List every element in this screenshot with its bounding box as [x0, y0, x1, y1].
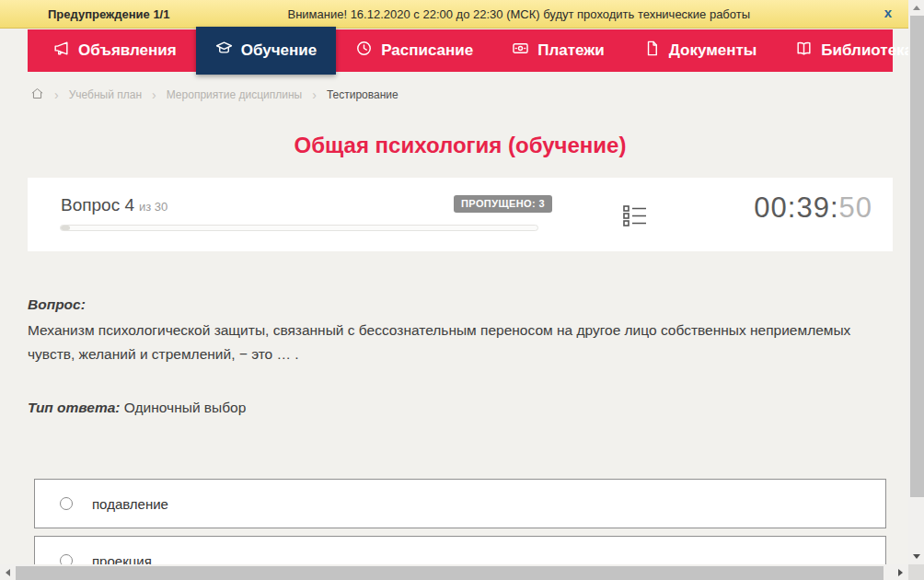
radio-button-icon[interactable]: [60, 554, 73, 564]
answer-type-line: Тип ответа: Одиночный выбор: [28, 400, 246, 416]
skipped-badge: ПРОПУЩЕНО: 3: [454, 195, 552, 213]
scroll-down-arrow-icon[interactable]: [908, 549, 924, 564]
breadcrumb-separator: ›: [152, 88, 156, 101]
breadcrumb: › Учебный план › Мероприятие дисциплины …: [30, 87, 398, 103]
scrollbar-corner: [908, 564, 924, 580]
nav-item-payments[interactable]: Платежи: [492, 29, 624, 72]
breadcrumb-item-discipline-event[interactable]: Мероприятие дисциплины: [167, 88, 302, 101]
question-card: Вопрос 4из 30 ПРОПУЩЕНО: 3 00:39:50: [28, 178, 893, 251]
breadcrumb-item-study-plan[interactable]: Учебный план: [69, 88, 142, 101]
page-title: Общая психология (обучение): [28, 133, 893, 158]
progress-bar-fill: [61, 226, 70, 230]
horizontal-scrollbar-thumb[interactable]: [16, 566, 884, 580]
timer-seconds: 50: [839, 191, 872, 224]
radio-button-icon[interactable]: [60, 497, 73, 510]
nav-item-label: Расписание: [381, 41, 473, 60]
warning-message: Внимание! 16.12.2020 с 22:00 до 22:30 (М…: [287, 7, 750, 21]
question-list-icon[interactable]: [619, 200, 651, 235]
question-number: Вопрос 4из 30: [61, 195, 167, 215]
answer-option-proekcia[interactable]: проекция: [34, 536, 886, 564]
warning-counter: Предупреждение 1/1: [48, 7, 169, 21]
megaphone-icon: [52, 40, 70, 62]
clock-icon: [355, 40, 373, 62]
nav-item-announcements[interactable]: Объявления: [33, 29, 196, 72]
scroll-right-arrow-icon[interactable]: [893, 564, 908, 580]
nav-item-learning[interactable]: Обучение: [196, 27, 336, 75]
answer-option-label: подавление: [92, 496, 168, 512]
breadcrumb-separator: ›: [312, 88, 317, 101]
vertical-scrollbar-thumb[interactable]: [910, 16, 924, 497]
question-label: Вопрос:: [28, 296, 86, 313]
nav-item-label: Платежи: [537, 41, 605, 60]
home-icon[interactable]: [30, 87, 44, 103]
answer-type-value: Одиночный выбор: [124, 400, 247, 415]
question-total: из 30: [139, 200, 167, 214]
scroll-left-arrow-icon[interactable]: [0, 564, 16, 580]
answer-type-label: Тип ответа:: [28, 400, 121, 415]
nav-item-label: Объявления: [78, 41, 177, 60]
question-number-label: Вопрос 4: [61, 195, 134, 215]
nav-item-schedule[interactable]: Расписание: [336, 29, 492, 72]
payment-card-icon: [512, 40, 529, 62]
main-nav: Объявления Обучение Расписание Платежи Д…: [28, 29, 893, 72]
timer: 00:39:50: [754, 191, 872, 225]
nav-item-label: Обучение: [241, 41, 317, 60]
scroll-up-arrow-icon[interactable]: [908, 0, 924, 16]
page-viewport: Предупреждение 1/1 Внимание! 16.12.2020 …: [0, 0, 908, 564]
answer-option-label: проекция: [92, 553, 152, 565]
nav-item-label: Документы: [669, 41, 757, 60]
nav-item-library[interactable]: Библиотека: [776, 29, 908, 72]
warning-close-button[interactable]: x: [879, 3, 897, 22]
question-text: Механизм психологической защиты, связанн…: [28, 319, 860, 366]
nav-item-label: Библиотека: [821, 41, 908, 60]
breadcrumb-item-testing: Тестирование: [327, 88, 398, 101]
breadcrumb-separator: ›: [54, 88, 59, 101]
nav-item-documents[interactable]: Документы: [624, 29, 777, 72]
timer-hours-minutes: 00:39:: [754, 191, 838, 224]
warning-bar: Предупреждение 1/1 Внимание! 16.12.2020 …: [0, 0, 908, 29]
vertical-scrollbar[interactable]: [908, 0, 924, 564]
book-icon: [795, 40, 813, 62]
graduation-cap-icon: [215, 40, 233, 62]
horizontal-scrollbar[interactable]: [0, 564, 908, 580]
document-icon: [643, 40, 661, 62]
answer-option-podavlenie[interactable]: подавление: [34, 479, 886, 528]
progress-bar: [60, 225, 538, 231]
